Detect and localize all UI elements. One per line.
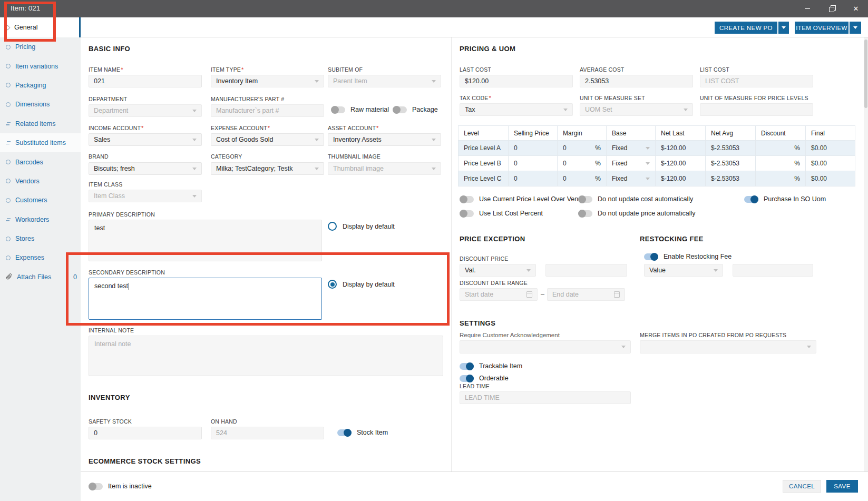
item-name-input[interactable]: 021 (89, 75, 202, 87)
stock-item-toggle[interactable] (337, 429, 352, 436)
merge-items-label: MERGE ITEMS IN PO CREATED FROM PO REQUES… (640, 332, 786, 338)
use-list-cost-toggle[interactable] (460, 210, 474, 217)
column-header-margin: Margin (558, 126, 607, 141)
use-current-price-level-toggle[interactable] (460, 196, 474, 203)
internal-note-label: INTERNAL NOTE (89, 327, 134, 333)
require-ack-select[interactable] (460, 340, 631, 353)
minimize-button[interactable] (795, 0, 820, 17)
manufacturers-part-input[interactable]: Manufacturer`s part # (211, 104, 324, 117)
uom-price-levels-input[interactable] (700, 103, 813, 116)
item-overview-button[interactable]: ITEM OVERVIEW (795, 22, 849, 34)
discount-price-value-input[interactable] (545, 264, 627, 277)
raw-material-toggle[interactable] (331, 106, 345, 113)
merge-items-select[interactable] (640, 340, 816, 353)
discount-cell[interactable]: % (756, 156, 806, 171)
selling-price-cell[interactable]: 0 (509, 141, 558, 156)
no-price-update-toggle[interactable] (578, 210, 592, 217)
enable-restocking-fee-toggle[interactable] (644, 253, 658, 260)
package-toggle[interactable] (393, 106, 407, 113)
sidebar-item-barcodes[interactable]: Barcodes (0, 152, 81, 171)
item-name-label: ITEM NAME* (89, 66, 123, 73)
safety-stock-input[interactable]: 0 (89, 427, 202, 439)
final-cell: $0.00 (806, 141, 855, 156)
on-hand-label: ON HAND (211, 418, 237, 425)
chevron-down-icon (192, 168, 197, 170)
trackable-item-label: Trackable Item (479, 362, 522, 370)
item-type-select[interactable]: Inventory Item (211, 75, 324, 87)
sidebar-item-packaging[interactable]: Packaging (0, 76, 81, 95)
sidebar-item-dimensions[interactable]: Dimensions (0, 95, 81, 114)
sidebar-item-attach-files[interactable]: Attach Files0 (0, 268, 81, 287)
discount-start-date-input[interactable]: Start date (460, 288, 538, 301)
margin-cell[interactable]: 0% (558, 156, 607, 171)
orderable-toggle[interactable] (460, 375, 474, 382)
sidebar-item-label: Related items (15, 120, 55, 127)
sidebar-item-substituted-items[interactable]: Substituted items (0, 133, 81, 152)
income-account-select[interactable]: Sales (89, 133, 202, 146)
purchase-so-uom-toggle[interactable] (744, 196, 758, 203)
margin-cell[interactable]: 0% (558, 171, 607, 186)
discount-price-type-select[interactable]: Val. (460, 264, 536, 277)
selling-price-cell[interactable]: 0 (509, 171, 558, 186)
no-cost-update-toggle[interactable] (578, 196, 592, 203)
secondary-display-by-default-radio[interactable] (328, 280, 337, 289)
net-avg-cell: $-2.53053 (706, 156, 756, 171)
item-inactive-toggle[interactable] (89, 483, 103, 490)
primary-description-textarea[interactable]: test (89, 220, 322, 261)
selling-price-cell[interactable]: 0 (509, 156, 558, 171)
trackable-item-toggle[interactable] (460, 363, 474, 370)
sidebar-item-related-items[interactable]: Related items (0, 114, 81, 133)
internal-note-placeholder: Internal note (94, 340, 131, 348)
item-class-select[interactable]: Item Class (89, 190, 202, 202)
sidebar-item-workorders[interactable]: Workorders (0, 210, 81, 229)
department-select[interactable]: Department (89, 104, 202, 117)
thumbnail-image-select[interactable]: Thumbnail image (328, 162, 441, 175)
no-cost-update-label: Do not update cost automatically (598, 195, 693, 203)
tax-code-select[interactable]: Tax (460, 103, 573, 116)
primary-display-by-default-radio[interactable] (328, 222, 337, 231)
uom-set-select[interactable]: UOM Set (580, 103, 693, 116)
restocking-fee-value-input[interactable] (733, 264, 813, 277)
discount-end-date-input[interactable]: End date (547, 288, 625, 301)
base-select-cell[interactable]: Fixed (607, 141, 656, 156)
create-new-po-dropdown-button[interactable] (778, 22, 789, 34)
restore-button[interactable] (820, 0, 844, 17)
sidebar-item-label: Item variations (15, 63, 58, 70)
base-select-cell[interactable]: Fixed (607, 171, 656, 186)
restocking-fee-type-select[interactable]: Value (644, 264, 723, 277)
internal-note-textarea[interactable]: Internal note (89, 336, 443, 376)
sidebar-item-item-variations[interactable]: Item variations (0, 56, 81, 75)
asset-account-select[interactable]: Inventory Assets (328, 133, 441, 146)
category-select[interactable]: Milka; TestCategory; Testk (211, 162, 324, 175)
expense-account-select[interactable]: Cost of Goods Sold (211, 133, 324, 146)
discount-cell[interactable]: % (756, 141, 806, 156)
item-overview-dropdown-button[interactable] (850, 22, 861, 34)
secondary-description-textarea[interactable]: second test (89, 278, 322, 320)
sidebar-item-vendors[interactable]: Vendors (0, 172, 81, 191)
paperclip-icon (6, 273, 12, 280)
sidebar-item-general[interactable]: General (0, 17, 81, 37)
subitem-of-select[interactable]: Parent Item (328, 75, 441, 87)
secondary-description-label: SECONDARY DESCRIPTION (89, 269, 165, 276)
cancel-button[interactable]: CANCEL (783, 480, 821, 493)
level-cell: Price Level A (459, 141, 509, 156)
lead-time-input[interactable]: LEAD TIME (460, 391, 631, 404)
sidebar-item-expenses[interactable]: Expenses (0, 248, 81, 267)
create-new-po-button[interactable]: CREATE NEW PO (715, 22, 777, 34)
margin-cell[interactable]: 0% (558, 141, 607, 156)
sidebar-item-stores[interactable]: Stores (0, 229, 81, 248)
circle-icon (6, 160, 11, 164)
list-cost-input[interactable]: LIST COST (700, 75, 813, 87)
orderable-toggle-row: Orderable (460, 375, 509, 382)
sidebar-item-pricing[interactable]: Pricing (0, 37, 81, 56)
calendar-icon (526, 291, 532, 298)
cell-value: 0 (563, 144, 595, 152)
discount-cell[interactable]: % (756, 171, 806, 186)
sidebar-item-customers[interactable]: Customers (0, 191, 81, 210)
toggle-knob (466, 375, 474, 382)
scrollbar-thumb[interactable] (864, 40, 867, 108)
close-button[interactable]: ✕ (844, 0, 868, 17)
base-select-cell[interactable]: Fixed (607, 156, 656, 171)
brand-select[interactable]: Biscuits; fresh (89, 162, 202, 175)
save-button[interactable]: SAVE (826, 480, 858, 493)
